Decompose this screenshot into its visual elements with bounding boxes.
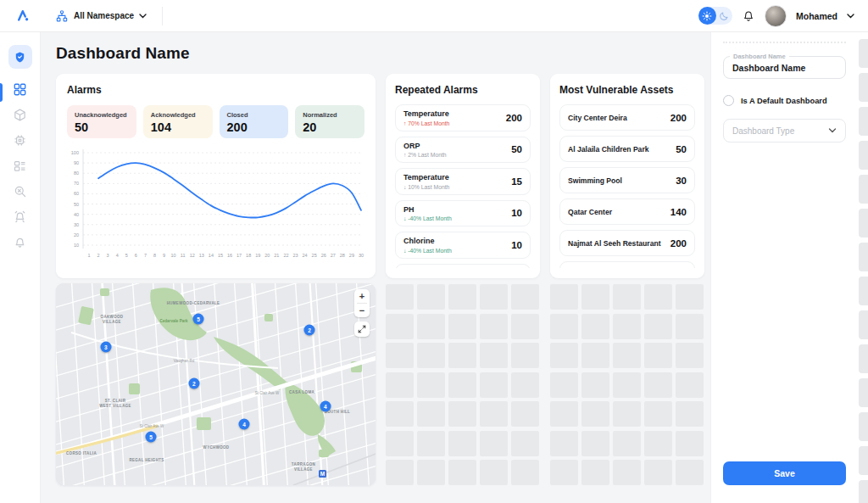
sidebar (0, 32, 41, 503)
svg-text:18: 18 (246, 253, 251, 258)
alarm-stat-box: Normalized 20 (295, 105, 364, 138)
user-menu-chevron-icon[interactable] (847, 14, 854, 19)
save-button[interactable]: Save (723, 461, 846, 485)
svg-text:80: 80 (74, 170, 79, 176)
alarm-name: ORP (403, 142, 447, 150)
skeleton-cell (613, 314, 641, 339)
svg-text:8: 8 (153, 253, 156, 258)
sidebar-item-notifications[interactable] (0, 235, 41, 249)
layout-list-icon (13, 159, 27, 173)
repeated-alarms-list: Temperature ↑ 70% Last Month 200 ORP ↑ 2… (395, 104, 531, 268)
svg-text:25: 25 (312, 253, 317, 258)
repeated-alarm-item[interactable]: Temperature ↓ 10% Last Month 15 (395, 168, 531, 195)
skeleton-cell (511, 431, 539, 456)
alarm-count: 200 (506, 113, 522, 123)
skeleton-cell (417, 314, 445, 339)
asset-item[interactable]: City Center Deira 200 (559, 104, 695, 131)
map-cluster-marker[interactable]: 3 (100, 341, 111, 352)
default-dashboard-option[interactable]: Is A Default Dashboard (723, 95, 846, 106)
svg-text:60: 60 (74, 191, 79, 196)
svg-text:21: 21 (274, 253, 279, 258)
alarm-change: ↓ -40% Last Month (403, 248, 452, 254)
skeleton-cell (480, 343, 508, 368)
repeated-alarm-item[interactable] (395, 264, 531, 269)
chevron-down-icon (139, 14, 147, 19)
cube-icon (13, 108, 27, 122)
app-logo-icon[interactable] (16, 8, 31, 23)
svg-text:19: 19 (255, 253, 260, 258)
asset-name: Qatar Center (568, 208, 612, 216)
map-cluster-marker[interactable]: 2 (303, 324, 314, 335)
select-chevron-icon (828, 128, 837, 133)
skeleton-cell (676, 314, 704, 339)
svg-text:28: 28 (340, 253, 345, 258)
sidebar-item-alarms[interactable] (0, 210, 41, 224)
map-cluster-marker[interactable]: 4 (239, 418, 250, 429)
sidebar-item-dashboards[interactable] (0, 82, 41, 97)
alarm-stat-box: Acknowledged 104 (143, 105, 213, 138)
namespace-selector[interactable]: All Namespace (55, 9, 147, 23)
sidebar-item-inspect[interactable] (0, 184, 41, 198)
alarm-name: Temperature (403, 173, 449, 182)
assets-map[interactable]: M OAKWOOD VILLAGE HUMEWOOD-CEDARVALE Ced… (56, 283, 376, 485)
radio-button[interactable] (723, 95, 734, 106)
skeleton-cell (581, 401, 609, 427)
map-cluster-marker[interactable]: 5 (193, 313, 204, 324)
svg-text:9: 9 (163, 253, 165, 258)
zoom-out-button[interactable]: − (354, 304, 370, 317)
skeleton-cell (859, 39, 868, 68)
skeleton-cell (448, 460, 476, 485)
alarm-stat-value: 104 (151, 120, 205, 134)
skeleton-cell (480, 314, 508, 339)
expand-icon (358, 325, 366, 333)
skeleton-cell (581, 372, 609, 398)
svg-text:50: 50 (74, 202, 79, 207)
zoom-in-button[interactable]: + (354, 289, 370, 303)
skeleton-cell (386, 401, 414, 427)
sidebar-item-devices[interactable] (0, 133, 41, 148)
skeleton-cell (859, 310, 868, 339)
svg-text:6: 6 (135, 253, 137, 258)
asset-name: Najmat Al Seeh Restaurant (568, 239, 661, 248)
alarm-count: 50 (511, 144, 522, 154)
skeleton-cell (386, 314, 414, 339)
map-expand-button[interactable] (354, 321, 370, 337)
skeleton-cell (859, 378, 868, 407)
repeated-alarm-item[interactable]: ORP ↑ 2% Last Month 50 (395, 137, 531, 164)
skeleton-cell (480, 372, 508, 398)
asset-item[interactable] (559, 261, 695, 268)
alarms-card: Alarms Unacknowledged 50 Acknowledged 10… (56, 74, 376, 278)
shield-icon (14, 51, 26, 64)
map-cluster-marker[interactable]: 2 (188, 378, 199, 389)
skeleton-cell (613, 284, 641, 310)
dashboard-type-select[interactable]: Dashboard Type (723, 119, 846, 143)
repeated-alarm-item[interactable]: PH ↓ -40% Last Month 10 (395, 200, 531, 227)
skeleton-cell (859, 141, 868, 170)
alarm-count: 15 (511, 176, 522, 187)
asset-item[interactable]: Qatar Center 140 (559, 198, 695, 225)
dark-mode-button[interactable] (716, 8, 732, 24)
map-cluster-marker[interactable]: 5 (145, 432, 156, 443)
skeleton-cell (448, 343, 476, 368)
sidebar-item-assets[interactable] (0, 108, 41, 122)
namespace-label: All Namespace (74, 11, 134, 20)
skeleton-cell (613, 431, 641, 456)
map-cluster-marker[interactable]: 4 (320, 400, 331, 411)
user-avatar[interactable] (765, 5, 787, 27)
namespace-icon (55, 9, 69, 23)
repeated-alarm-item[interactable]: Chlorine ↓ -40% Last Month 10 (395, 232, 531, 259)
asset-item[interactable]: Swimming Pool 30 (559, 167, 695, 193)
sidebar-item-security[interactable] (8, 45, 32, 69)
notifications-bell-icon[interactable] (742, 8, 755, 23)
sidebar-item-layouts[interactable] (0, 159, 41, 173)
svg-text:M: M (320, 471, 325, 477)
asset-item[interactable]: Al Jalaila Children Park 50 (559, 136, 695, 162)
asset-item[interactable]: Najmat Al Seeh Restaurant 200 (559, 230, 695, 256)
theme-toggle[interactable] (698, 7, 732, 25)
repeated-alarm-item[interactable]: Temperature ↑ 70% Last Month 200 (395, 104, 531, 131)
svg-text:70: 70 (74, 181, 79, 186)
skeleton-cell (386, 372, 414, 398)
light-mode-button[interactable] (698, 7, 716, 25)
skeleton-cell (676, 284, 704, 310)
moon-icon (719, 11, 729, 21)
